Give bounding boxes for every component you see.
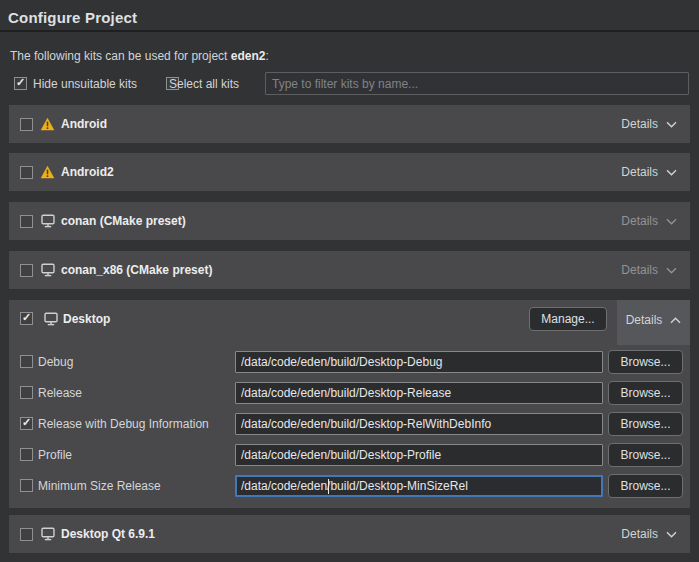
build-config-label: Minimum Size Release bbox=[38, 479, 161, 493]
build-config-checkbox[interactable] bbox=[20, 448, 33, 461]
kit-name: conan_x86 (CMake preset) bbox=[61, 263, 212, 277]
build-dir-input[interactable] bbox=[235, 382, 603, 404]
build-config-row-minsizerel: Minimum Size Release Browse... bbox=[9, 475, 690, 499]
browse-button[interactable]: Browse... bbox=[608, 443, 683, 467]
kit-row-desktop-qt[interactable]: Desktop Qt 6.9.1 Details bbox=[9, 515, 690, 553]
chevron-down-icon bbox=[666, 267, 677, 274]
browse-button[interactable]: Browse... bbox=[608, 412, 683, 436]
intro-text: The following kits can be used for proje… bbox=[10, 49, 269, 63]
details-label: Details bbox=[621, 263, 658, 277]
build-dir-input-focused[interactable] bbox=[235, 475, 603, 497]
hide-unsuitable-checkbox[interactable] bbox=[14, 77, 27, 90]
build-config-checkbox[interactable] bbox=[20, 355, 33, 368]
kit-name: Android bbox=[61, 117, 107, 131]
select-all-label[interactable]: Select all kits bbox=[169, 77, 239, 91]
chevron-down-icon bbox=[666, 169, 677, 176]
chevron-down-icon bbox=[666, 121, 677, 128]
build-config-label: Release with Debug Information bbox=[38, 417, 209, 431]
details-label: Details bbox=[621, 165, 658, 179]
title-divider bbox=[0, 30, 699, 32]
kit-row-android2[interactable]: Android2 Details bbox=[9, 153, 690, 191]
kit-name: Android2 bbox=[61, 165, 114, 179]
build-config-label: Debug bbox=[38, 355, 73, 369]
details-toggle: Details bbox=[621, 263, 690, 277]
text-caret bbox=[328, 479, 329, 494]
browse-button-label: Browse... bbox=[620, 448, 670, 462]
hide-unsuitable-label[interactable]: Hide unsuitable kits bbox=[33, 77, 137, 91]
page-title: Configure Project bbox=[8, 9, 137, 26]
warning-icon bbox=[39, 164, 56, 181]
kit-checkbox[interactable] bbox=[20, 264, 33, 277]
kit-filter-input[interactable] bbox=[265, 72, 689, 95]
kit-name: Desktop bbox=[63, 312, 110, 326]
build-config-label: Profile bbox=[38, 448, 72, 462]
details-toggle[interactable]: Details bbox=[621, 165, 690, 179]
warning-icon bbox=[39, 116, 56, 133]
build-dir-input[interactable] bbox=[235, 444, 603, 466]
desktop-icon bbox=[39, 526, 56, 543]
browse-button[interactable]: Browse... bbox=[608, 381, 683, 405]
browse-button[interactable]: Browse... bbox=[608, 474, 683, 498]
build-config-row-relwithdebinfo: Release with Debug Information Browse... bbox=[9, 413, 690, 437]
build-dir-input[interactable] bbox=[235, 351, 603, 373]
chevron-down-icon bbox=[666, 218, 677, 225]
kit-row-android[interactable]: Android Details bbox=[9, 105, 690, 143]
kit-checkbox[interactable] bbox=[20, 166, 33, 179]
kit-checkbox[interactable] bbox=[20, 118, 33, 131]
details-label: Details bbox=[621, 117, 658, 131]
kit-name: Desktop Qt 6.9.1 bbox=[61, 527, 155, 541]
build-config-checkbox[interactable] bbox=[20, 386, 33, 399]
manage-kits-button[interactable]: Manage... bbox=[529, 307, 607, 331]
build-config-checkbox[interactable] bbox=[20, 417, 33, 430]
intro-prefix: The following kits can be used for proje… bbox=[10, 49, 231, 63]
kit-row-conan[interactable]: conan (CMake preset) Details bbox=[9, 202, 690, 240]
kit-checkbox[interactable] bbox=[20, 215, 33, 228]
chevron-down-icon bbox=[666, 531, 677, 538]
details-toggle-expanded[interactable]: Details bbox=[617, 300, 690, 345]
build-config-row-profile: Profile Browse... bbox=[9, 444, 690, 468]
project-name: eden2 bbox=[231, 49, 266, 63]
build-config-row-release: Release Browse... bbox=[9, 382, 690, 406]
details-toggle: Details bbox=[621, 214, 690, 228]
details-toggle[interactable]: Details bbox=[621, 527, 690, 541]
kit-checkbox[interactable] bbox=[20, 528, 33, 541]
desktop-icon bbox=[39, 213, 56, 230]
browse-button-label: Browse... bbox=[620, 386, 670, 400]
details-label: Details bbox=[621, 214, 658, 228]
chevron-up-icon bbox=[670, 317, 681, 324]
intro-suffix: : bbox=[265, 49, 268, 63]
details-label: Details bbox=[626, 313, 663, 327]
desktop-icon bbox=[42, 310, 59, 327]
browse-button[interactable]: Browse... bbox=[608, 350, 683, 374]
build-dir-input[interactable] bbox=[235, 413, 603, 435]
build-config-row-debug: Debug Browse... bbox=[9, 351, 690, 375]
kit-row-conan-x86[interactable]: conan_x86 (CMake preset) Details bbox=[9, 251, 690, 289]
configure-project-page: Configure Project The following kits can… bbox=[0, 0, 699, 562]
kit-name: conan (CMake preset) bbox=[61, 214, 186, 228]
build-config-checkbox[interactable] bbox=[20, 479, 33, 492]
details-toggle[interactable]: Details bbox=[621, 117, 690, 131]
manage-button-label: Manage... bbox=[541, 312, 594, 326]
browse-button-label: Browse... bbox=[620, 479, 670, 493]
desktop-icon bbox=[39, 262, 56, 279]
kit-panel-desktop: Desktop Manage... Details Debug Browse..… bbox=[9, 300, 690, 508]
details-label: Details bbox=[621, 527, 658, 541]
build-config-label: Release bbox=[38, 386, 82, 400]
browse-button-label: Browse... bbox=[620, 355, 670, 369]
kit-checkbox[interactable] bbox=[20, 312, 33, 325]
browse-button-label: Browse... bbox=[620, 417, 670, 431]
